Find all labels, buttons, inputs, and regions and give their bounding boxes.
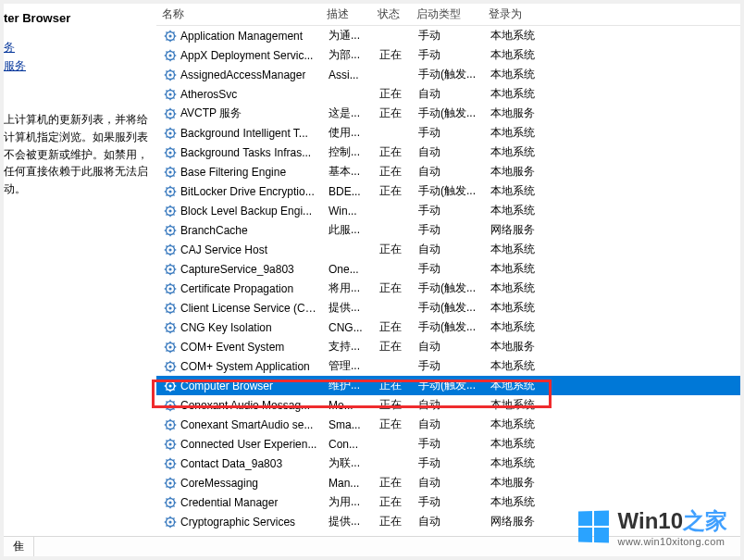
- gear-icon: [164, 380, 177, 392]
- service-row[interactable]: Background Intelligent T...使用...手动本地系统: [156, 123, 740, 143]
- service-start: 手动: [413, 358, 485, 374]
- svg-point-241: [168, 501, 171, 504]
- service-status: 正在: [374, 183, 413, 199]
- col-status[interactable]: 状态: [372, 6, 411, 22]
- svg-line-17: [173, 58, 174, 59]
- svg-line-28: [166, 78, 167, 79]
- svg-line-229: [173, 459, 174, 460]
- service-row[interactable]: BranchCache此服...手动网络服务: [156, 220, 740, 240]
- service-name: Contact Data_9a803: [180, 457, 282, 470]
- service-row[interactable]: AppX Deployment Servic...为部...正在手动本地系统: [156, 45, 740, 65]
- service-status: 正在: [374, 144, 413, 160]
- svg-point-201: [168, 423, 171, 426]
- svg-line-258: [166, 525, 167, 526]
- svg-point-211: [168, 442, 171, 445]
- service-name: COM+ System Application: [180, 360, 310, 373]
- service-logon: 本地服务: [485, 475, 550, 491]
- gear-icon: [164, 243, 177, 256]
- service-row[interactable]: Connected User Experien...Con...手动本地系统: [156, 434, 740, 454]
- service-row[interactable]: Application Management为通...手动本地系统: [156, 26, 740, 45]
- svg-line-36: [166, 90, 167, 91]
- service-row[interactable]: CNG Key IsolationCNG...正在手动(触发...本地系统: [156, 317, 740, 337]
- gear-icon: [164, 438, 177, 451]
- service-row[interactable]: Certificate Propagation将用...正在手动(触发...本地…: [156, 279, 740, 298]
- svg-line-89: [173, 187, 174, 188]
- service-logon: 本地系统: [485, 86, 550, 102]
- service-row[interactable]: COM+ System Application管理...手动本地系统: [156, 356, 740, 376]
- col-name[interactable]: 名称: [156, 6, 321, 22]
- service-name: Computer Browser: [180, 380, 273, 392]
- svg-line-198: [166, 408, 167, 409]
- col-desc[interactable]: 描述: [321, 6, 372, 22]
- service-row[interactable]: Computer Browser维护...正在手动(触发...本地系统: [156, 376, 740, 395]
- service-name: Conexant Audio Messag...: [180, 399, 310, 412]
- service-logon: 本地系统: [485, 417, 550, 432]
- service-name: Cryptographic Services: [180, 516, 295, 529]
- service-row[interactable]: BitLocker Drive Encryptio...BDE...正在手动(触…: [156, 181, 740, 201]
- svg-point-51: [168, 131, 171, 134]
- col-start[interactable]: 启动类型: [411, 6, 483, 22]
- service-desc: 此服...: [323, 222, 374, 238]
- col-logon[interactable]: 登录为: [483, 6, 548, 22]
- service-name: AVCTP 服务: [180, 106, 242, 121]
- service-logon: 本地系统: [485, 47, 550, 63]
- svg-line-46: [166, 109, 167, 110]
- svg-line-159: [173, 323, 174, 324]
- service-row[interactable]: CaptureService_9a803One...手动本地系统: [156, 259, 740, 279]
- service-status: 正在: [374, 280, 413, 296]
- svg-line-18: [166, 58, 167, 59]
- svg-line-227: [173, 467, 174, 467]
- service-row[interactable]: Conexant SmartAudio se...Sma...正在自动本地系统: [156, 415, 740, 434]
- svg-line-8: [166, 39, 167, 40]
- service-row[interactable]: Cryptographic Services提供...正在自动网络服务: [156, 512, 740, 531]
- svg-line-38: [166, 97, 167, 98]
- svg-line-39: [173, 90, 174, 91]
- svg-point-21: [168, 73, 171, 76]
- service-row[interactable]: Base Filtering Engine基本...正在自动本地服务: [156, 162, 740, 181]
- service-start: 手动(触发...: [413, 319, 485, 335]
- svg-line-146: [166, 304, 167, 305]
- service-row[interactable]: AssignedAccessManagerAssi...手动(触发...本地系统: [156, 65, 740, 84]
- service-logon: 本地系统: [485, 300, 550, 316]
- gear-icon: [164, 341, 177, 354]
- service-name: Background Tasks Infras...: [180, 146, 311, 159]
- svg-line-86: [166, 187, 167, 188]
- service-logon: 网络服务: [485, 222, 550, 238]
- service-name: Block Level Backup Engi...: [180, 205, 312, 218]
- restart-service-link[interactable]: 服务: [4, 57, 151, 75]
- service-row[interactable]: CAJ Service Host正在自动本地系统: [156, 240, 740, 259]
- svg-line-138: [166, 292, 167, 292]
- svg-line-59: [173, 129, 174, 130]
- service-desc: Assi...: [323, 68, 374, 81]
- svg-line-127: [173, 272, 174, 273]
- service-row[interactable]: AtherosSvc正在自动本地系统: [156, 84, 740, 104]
- service-row[interactable]: AVCTP 服务这是...正在手动(触发...本地服务: [156, 104, 740, 123]
- tab-standard[interactable]: 隹: [4, 537, 34, 556]
- svg-line-166: [166, 342, 167, 343]
- svg-point-181: [168, 384, 171, 387]
- window-frame: ter Browser 务 服务 上计算机的更新列表，并将给计算机指定浏览。如果…: [0, 0, 744, 560]
- service-desc: 控制...: [323, 144, 374, 160]
- svg-point-11: [168, 54, 171, 56]
- service-logon: 本地系统: [485, 494, 550, 510]
- service-row[interactable]: Conexant Audio Messag...Mo...正在自动本地系统: [156, 395, 740, 415]
- service-logon: 本地系统: [485, 319, 550, 335]
- start-service-link[interactable]: 务: [4, 39, 151, 56]
- service-row[interactable]: CoreMessagingMan...正在自动本地服务: [156, 473, 740, 492]
- service-name: Client License Service (Cli...: [180, 302, 317, 315]
- svg-line-219: [173, 440, 174, 441]
- service-row[interactable]: Contact Data_9a803为联...手动本地系统: [156, 454, 740, 473]
- service-row[interactable]: Background Tasks Infras...控制...正在自动本地系统: [156, 143, 740, 162]
- svg-line-37: [173, 97, 174, 98]
- service-row[interactable]: Client License Service (Cli...提供...手动(触发…: [156, 298, 740, 317]
- service-row[interactable]: Block Level Backup Engi...Win...手动本地系统: [156, 201, 740, 220]
- svg-line-119: [173, 245, 174, 246]
- svg-line-26: [166, 70, 167, 71]
- service-row[interactable]: COM+ Event System支持...正在自动本地服务: [156, 337, 740, 356]
- svg-line-208: [166, 428, 167, 429]
- service-name: COM+ Event System: [180, 341, 284, 354]
- service-desc: Sma...: [323, 418, 374, 431]
- service-row[interactable]: Credential Manager为用...正在手动本地系统: [156, 492, 740, 512]
- gear-icon: [164, 49, 177, 62]
- service-desc: One...: [323, 263, 374, 276]
